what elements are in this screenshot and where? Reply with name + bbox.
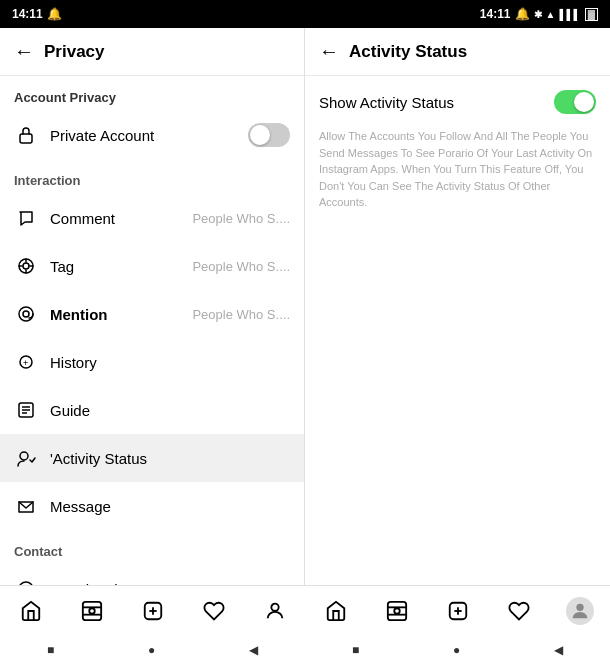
time-left: 14:11 [12, 7, 43, 21]
wifi-icon: ▲ [546, 9, 556, 20]
activity-description: Allow The Accounts You Follow And All Th… [305, 128, 610, 225]
activity-icon [14, 446, 38, 470]
svg-point-32 [576, 603, 583, 610]
sys-circle-left[interactable]: ● [148, 643, 155, 657]
nav-reels-right[interactable] [383, 597, 411, 625]
private-toggle-track[interactable] [248, 123, 290, 147]
left-panel-header: ← Privacy [0, 28, 304, 76]
svg-point-3 [19, 307, 33, 321]
account-privacy-heading: Account Privacy [0, 76, 304, 111]
svg-rect-17 [82, 601, 100, 619]
nav-reels-left[interactable] [78, 597, 106, 625]
left-panel-title: Privacy [44, 42, 105, 62]
system-nav-left: ■ ● ◀ [0, 643, 305, 657]
comment-icon [14, 206, 38, 230]
svg-point-18 [89, 608, 95, 614]
status-right: 14:11 🔔 ✱ ▲ ▌▌▌ ▓ [480, 7, 598, 21]
comment-value: People Who S.... [192, 211, 290, 226]
right-back-button[interactable]: ← [319, 40, 339, 63]
guide-label: Guide [50, 402, 290, 419]
nav-profile-left[interactable] [261, 597, 289, 625]
sys-square-left[interactable]: ■ [47, 643, 54, 657]
svg-point-11 [20, 452, 28, 460]
left-panel: ← Privacy Account Privacy Private Accoun… [0, 28, 305, 585]
mention-label: Mention [50, 306, 192, 323]
signal-icon: ▌▌▌ [559, 9, 580, 20]
svg-text:+: + [23, 358, 28, 368]
tag-value: People Who S.... [192, 259, 290, 274]
private-account-toggle[interactable] [248, 123, 290, 147]
alarm-icon-right: 🔔 [515, 7, 530, 21]
nav-heart-right[interactable] [505, 597, 533, 625]
message-icon [14, 494, 38, 518]
sys-back-left[interactable]: ◀ [249, 643, 258, 657]
main-panels: ← Privacy Account Privacy Private Accoun… [0, 28, 610, 585]
bottom-nav [0, 585, 610, 635]
nav-home-left[interactable] [17, 597, 45, 625]
mention-value: People Who S.... [192, 307, 290, 322]
restricted-icon [14, 577, 38, 585]
activity-status-label: 'Activity Status [50, 450, 290, 467]
activity-status-item[interactable]: 'Activity Status [0, 434, 304, 482]
activity-toggle-knob [574, 92, 594, 112]
svg-point-2 [23, 263, 29, 269]
right-panel-header: ← Activity Status [305, 28, 610, 76]
comment-label: Comment [50, 210, 192, 227]
private-toggle-knob [250, 125, 270, 145]
contact-heading: Contact [0, 530, 304, 565]
history-icon: + [14, 350, 38, 374]
left-back-button[interactable]: ← [14, 40, 34, 63]
system-nav: ■ ● ◀ ■ ● ◀ [0, 635, 610, 665]
status-left: 14:11 🔔 [12, 7, 62, 21]
alarm-icon: 🔔 [47, 7, 62, 21]
restricted-accounts-item[interactable]: Restricted Accounts [0, 565, 304, 585]
message-label: Message [50, 498, 290, 515]
guide-item[interactable]: Guide [0, 386, 304, 434]
nav-profile-right[interactable] [566, 597, 594, 625]
nav-home-right[interactable] [322, 597, 350, 625]
mention-item[interactable]: Mention People Who S.... [0, 290, 304, 338]
system-nav-right: ■ ● ◀ [305, 643, 610, 657]
bottom-nav-left [0, 597, 305, 625]
sys-back-right[interactable]: ◀ [554, 643, 563, 657]
svg-point-24 [271, 603, 278, 610]
bottom-nav-right [305, 597, 610, 625]
history-item[interactable]: + History [0, 338, 304, 386]
mention-icon [14, 302, 38, 326]
guide-icon [14, 398, 38, 422]
svg-point-4 [23, 311, 29, 317]
svg-rect-25 [387, 601, 405, 619]
svg-point-26 [394, 608, 400, 614]
tag-item[interactable]: Tag People Who S.... [0, 242, 304, 290]
right-panel: ← Activity Status Show Activity Status A… [305, 28, 610, 585]
activity-setting-row: Show Activity Status [305, 76, 610, 128]
time-right: 14:11 [480, 7, 511, 21]
lock-icon [14, 123, 38, 147]
svg-point-13 [19, 582, 33, 585]
activity-setting-label: Show Activity Status [319, 94, 454, 111]
sys-square-right[interactable]: ■ [352, 643, 359, 657]
comment-item[interactable]: Comment People Who S.... [0, 194, 304, 242]
nav-heart-left[interactable] [200, 597, 228, 625]
tag-icon [14, 254, 38, 278]
activity-toggle[interactable] [554, 90, 596, 114]
bt-icon: ✱ [534, 9, 542, 20]
battery-icon: ▓ [585, 8, 598, 21]
private-account-item[interactable]: Private Account [0, 111, 304, 159]
interaction-heading: Interaction [0, 159, 304, 194]
status-bar: 14:11 🔔 14:11 🔔 ✱ ▲ ▌▌▌ ▓ [0, 0, 610, 28]
nav-add-left[interactable] [139, 597, 167, 625]
svg-rect-0 [20, 134, 32, 143]
sys-circle-right[interactable]: ● [453, 643, 460, 657]
tag-label: Tag [50, 258, 192, 275]
right-panel-title: Activity Status [349, 42, 467, 62]
message-item[interactable]: Message [0, 482, 304, 530]
nav-add-right[interactable] [444, 597, 472, 625]
restricted-accounts-label: Restricted Accounts [50, 581, 290, 586]
history-label: History [50, 354, 290, 371]
